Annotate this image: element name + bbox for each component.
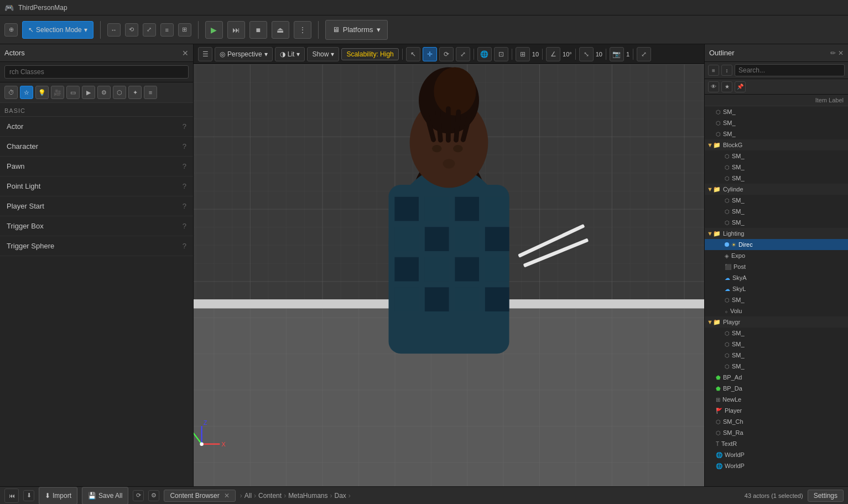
tree-item-worldp1[interactable]: 🌐 WorldP: [705, 449, 848, 460]
actor-icon-all[interactable]: ☆: [20, 86, 33, 99]
tree-item-cyl-sm1[interactable]: ⬡ SM_: [705, 195, 848, 206]
viewport-scene[interactable]: X Y Z: [194, 64, 704, 486]
grid-snap-btn[interactable]: ⊞: [516, 47, 530, 61]
rotate-btn[interactable]: ⟳: [439, 47, 454, 61]
bottom-home-btn[interactable]: ⏮: [4, 489, 19, 503]
actor-item-info[interactable]: ?: [183, 122, 186, 131]
tree-item-volu[interactable]: ⬦ Volu: [705, 305, 848, 316]
translate-btn[interactable]: ✛: [423, 47, 437, 61]
surface-snapping-btn[interactable]: ⊡: [494, 47, 508, 61]
skip-btn[interactable]: ⏭: [227, 21, 245, 39]
tree-folder-playgr[interactable]: ▼📁 Playgr: [705, 316, 848, 328]
search-classes-input[interactable]: [4, 65, 189, 79]
tree-folder-lighting[interactable]: ▼📁 Lighting: [705, 228, 848, 239]
angle-snap-btn[interactable]: ∠: [546, 47, 560, 61]
settings-btn[interactable]: Settings: [808, 490, 844, 502]
tree-item-pg-sm3[interactable]: ⬡ SM_: [705, 350, 848, 361]
actor-icon-mesh[interactable]: ⬡: [113, 86, 126, 99]
actor-item-trigger-sphere[interactable]: Trigger Sphere ?: [0, 236, 193, 256]
outliner-sort-btn[interactable]: ↕: [721, 65, 732, 76]
mode-icon-1[interactable]: ⊕: [4, 23, 18, 37]
actor-icon-recent[interactable]: ⏱: [4, 86, 18, 99]
pawn-item-info[interactable]: ?: [183, 162, 186, 170]
tree-item-skyl[interactable]: ☁ SkyL: [705, 283, 848, 294]
breadcrumb-all[interactable]: All: [244, 492, 252, 500]
save-all-btn[interactable]: 💾 Save All: [82, 487, 128, 505]
transform-btn-4[interactable]: ≡: [160, 23, 174, 37]
tree-item-blockg-sm1[interactable]: ⬡ SM_: [705, 150, 848, 162]
select-mode-vp-btn[interactable]: ↖: [406, 47, 420, 61]
tree-item-sm2[interactable]: ⬡ SM_: [705, 117, 848, 128]
tree-item-post[interactable]: ⬛ Post: [705, 261, 848, 272]
stop-btn[interactable]: ■: [249, 21, 267, 39]
breadcrumb-dax[interactable]: Dax: [335, 492, 346, 500]
actor-item-actor[interactable]: Actor ?: [0, 117, 193, 137]
outliner-eye-btn[interactable]: 👁: [708, 81, 719, 92]
more-btn[interactable]: ⋮: [294, 21, 311, 39]
trigger-sphere-item-info[interactable]: ?: [183, 242, 186, 250]
outliner-filter-btn[interactable]: ≡: [708, 65, 719, 76]
tree-item-sm1[interactable]: ⬡ SM_: [705, 106, 848, 117]
actor-icon-light[interactable]: 💡: [35, 86, 49, 99]
transform-btn-2[interactable]: ⟲: [125, 23, 138, 37]
transform-btn-1[interactable]: ↔: [107, 23, 121, 37]
tree-folder-cylinder[interactable]: ▼📁 Cylinde: [705, 184, 848, 195]
tree-item-skya[interactable]: ☁ SkyA: [705, 272, 848, 283]
outliner-star-btn[interactable]: ★: [721, 81, 732, 92]
world-local-btn[interactable]: 🌐: [477, 47, 492, 61]
import-icon-btn[interactable]: ⬇: [23, 490, 34, 501]
actor-item-trigger-box[interactable]: Trigger Box ?: [0, 216, 193, 236]
transform-btn-5[interactable]: ⊞: [178, 23, 191, 37]
actors-panel-close[interactable]: ✕: [182, 49, 189, 58]
tree-item-cyl-sm3[interactable]: ⬡ SM_: [705, 217, 848, 228]
eject-btn[interactable]: ⏏: [272, 21, 289, 39]
tree-item-pg-sm1[interactable]: ⬡ SM_: [705, 328, 848, 339]
platforms-btn[interactable]: 🖥 Platforms ▾: [325, 20, 388, 40]
actor-item-player-start[interactable]: Player Start ?: [0, 196, 193, 216]
tree-item-textr[interactable]: T TextR: [705, 438, 848, 449]
content-browser-tab[interactable]: Content Browser ✕: [164, 490, 235, 502]
tree-item-smch[interactable]: ⬡ SM_Ch: [705, 416, 848, 427]
outliner-close-btn[interactable]: ✕: [838, 49, 844, 57]
tree-item-player[interactable]: 🚩 Player: [705, 405, 848, 416]
actor-icon-camera[interactable]: 🎥: [51, 86, 64, 99]
trigger-box-item-info[interactable]: ?: [183, 222, 186, 230]
tree-item-cyl-sm2[interactable]: ⬡ SM_: [705, 206, 848, 217]
tree-item-sm-light[interactable]: ⬡ SM_: [705, 294, 848, 305]
breadcrumb-content[interactable]: Content: [258, 492, 282, 500]
refresh-btn[interactable]: ⟳: [133, 490, 144, 501]
lit-btn[interactable]: ◑ Lit ▾: [275, 47, 305, 61]
actor-icon-shape[interactable]: ▭: [66, 86, 80, 99]
tree-item-newle[interactable]: ⊞ NewLe: [705, 394, 848, 405]
character-item-info[interactable]: ?: [183, 142, 186, 150]
transform-btn-3[interactable]: ⤢: [143, 23, 156, 37]
play-btn[interactable]: ▶: [205, 21, 223, 39]
selection-mode-btn[interactable]: ↖ Selection Mode ▾: [22, 21, 93, 39]
tree-item-pg-sm2[interactable]: ⬡ SM_: [705, 339, 848, 350]
outliner-edit-icon[interactable]: ✏: [830, 49, 836, 57]
actor-item-pawn[interactable]: Pawn ?: [0, 157, 193, 176]
import-btn[interactable]: ⬇ Import: [39, 487, 77, 505]
actor-icon-misc[interactable]: ≡: [144, 86, 157, 99]
actor-icon-fx[interactable]: ✦: [128, 86, 142, 99]
perspective-btn[interactable]: ◎ Perspective ▾: [215, 47, 273, 61]
camera-speed-btn[interactable]: 📷: [610, 47, 624, 61]
outliner-search-input[interactable]: [735, 64, 845, 76]
scale-btn[interactable]: ⤢: [456, 47, 470, 61]
tree-item-sm3[interactable]: ⬡ SM_: [705, 128, 848, 139]
tree-item-directional[interactable]: ☀ Direc: [705, 239, 848, 250]
tree-item-blockg-sm2[interactable]: ⬡ SM_: [705, 162, 848, 173]
actor-item-character[interactable]: Character ?: [0, 137, 193, 157]
tree-item-worldp2[interactable]: 🌐 WorldP: [705, 460, 848, 471]
tree-folder-blockg[interactable]: ▼📁 BlockG: [705, 139, 848, 150]
hamburger-menu-btn[interactable]: ☰: [198, 47, 212, 61]
actor-icon-bp[interactable]: ⚙: [97, 86, 111, 99]
viewport[interactable]: ☰ ◎ Perspective ▾ ◑ Lit ▾ Show ▾ Scalabi…: [194, 44, 704, 486]
outliner-pin-btn[interactable]: 📌: [735, 81, 746, 92]
content-browser-close[interactable]: ✕: [224, 492, 230, 500]
actor-item-point-light[interactable]: Point Light ?: [0, 176, 193, 196]
point-light-item-info[interactable]: ?: [183, 182, 186, 190]
scale-snap-btn[interactable]: ⤡: [579, 47, 594, 61]
breadcrumb-metahumans[interactable]: MetaHumans: [288, 492, 327, 500]
tree-item-smra[interactable]: ⬡ SM_Ra: [705, 427, 848, 438]
